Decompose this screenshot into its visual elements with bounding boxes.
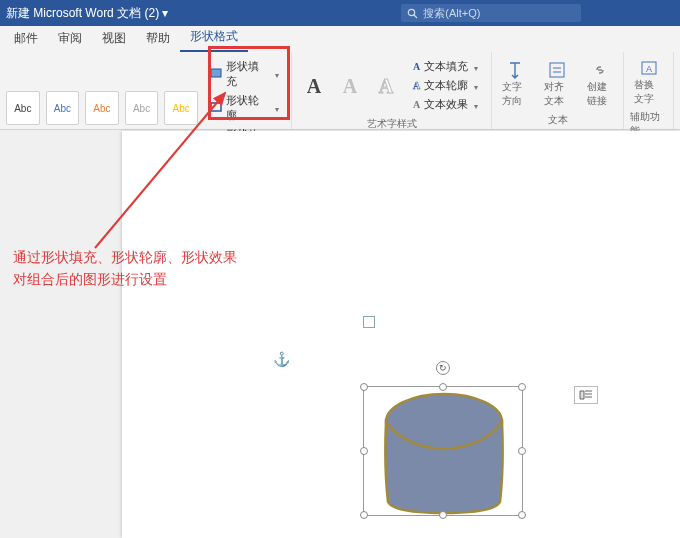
alt-text-button[interactable]: A 替换文字 <box>630 56 667 108</box>
alt-text-label: 替换文字 <box>634 78 663 106</box>
resize-handle[interactable] <box>518 511 526 519</box>
align-text-label: 对齐文本 <box>544 80 570 108</box>
shape-style-thumb[interactable]: Abc <box>6 91 40 125</box>
svg-rect-2 <box>211 69 221 77</box>
resize-handle[interactable] <box>360 383 368 391</box>
shape-selection[interactable]: ⚓ <box>308 346 568 538</box>
text-outline-label: 文本轮廓 <box>424 78 468 93</box>
wordart-style-thumb[interactable]: A <box>335 71 365 101</box>
text-direction-icon <box>505 60 525 80</box>
resize-handle[interactable] <box>360 511 368 519</box>
svg-text:A: A <box>645 64 651 74</box>
shape-style-thumb[interactable]: Abc <box>164 91 198 125</box>
layout-options-icon <box>579 390 593 400</box>
tab-review[interactable]: 审阅 <box>48 26 92 52</box>
shape-outline-button[interactable]: 形状轮廓 <box>208 92 281 124</box>
paragraph-mark <box>363 316 375 328</box>
text-direction-label: 文字方向 <box>502 80 528 108</box>
search-box[interactable]: 搜索(Alt+Q) <box>401 4 581 22</box>
tab-mail[interactable]: 邮件 <box>4 26 48 52</box>
shape-style-thumb[interactable]: Abc <box>125 91 159 125</box>
selection-box[interactable] <box>363 386 523 516</box>
layout-options-button[interactable] <box>574 386 598 404</box>
ribbon-tabs: 邮件 审阅 视图 帮助 形状格式 <box>0 26 680 52</box>
text-fill-icon: A <box>413 61 420 72</box>
document-page[interactable]: ⚓ <box>122 131 680 538</box>
shape-fill-button[interactable]: 形状填充 <box>208 58 281 90</box>
group-wordart-styles: A A A A 文本填充 A 文本轮廓 A 文本效果 艺术字样式 <box>292 52 492 129</box>
anchor-icon: ⚓ <box>273 351 290 367</box>
tab-shape-format[interactable]: 形状格式 <box>180 24 248 52</box>
search-icon <box>407 8 418 19</box>
align-text-icon <box>547 60 567 80</box>
resize-handle[interactable] <box>439 511 447 519</box>
group-label-wordart: 艺术字样式 <box>367 115 417 131</box>
shape-outline-label: 形状轮廓 <box>226 93 269 123</box>
title-bar: 新建 Microsoft Word 文档 (2) ▾ 搜索(Alt+Q) <box>0 0 680 26</box>
alt-text-icon: A <box>639 58 659 78</box>
link-icon <box>590 60 610 80</box>
annotation-line-1: 通过形状填充、形状轮廓、形状效果 <box>13 246 237 268</box>
shape-style-thumb[interactable]: Abc <box>46 91 80 125</box>
svg-rect-5 <box>550 63 564 77</box>
outline-icon <box>210 102 222 114</box>
text-fill-button[interactable]: A 文本填充 <box>411 58 480 75</box>
text-outline-button[interactable]: A 文本轮廓 <box>411 77 480 94</box>
search-placeholder: 搜索(Alt+Q) <box>423 6 480 21</box>
resize-handle[interactable] <box>518 447 526 455</box>
annotation-text: 通过形状填充、形状轮廓、形状效果 对组合后的图形进行设置 <box>13 246 237 291</box>
svg-line-1 <box>414 15 417 18</box>
text-effects-button[interactable]: A 文本效果 <box>411 96 480 113</box>
group-shape-styles: Abc Abc Abc Abc Abc 形状填充 形状轮廓 形状效果 形 <box>0 52 292 129</box>
text-direction-button[interactable]: 文字方向 <box>498 58 532 110</box>
resize-handle[interactable] <box>439 383 447 391</box>
align-text-button[interactable]: 对齐文本 <box>540 58 574 110</box>
group-label-text: 文本 <box>548 111 568 127</box>
svg-rect-3 <box>211 103 221 111</box>
tab-help[interactable]: 帮助 <box>136 26 180 52</box>
svg-point-0 <box>409 9 415 15</box>
create-link-label: 创建链接 <box>587 80 613 108</box>
group-text: 文字方向 对齐文本 创建链接 文本 <box>492 52 624 129</box>
group-accessibility: A 替换文字 辅助功能 <box>624 52 674 129</box>
rotate-handle[interactable] <box>436 361 450 375</box>
text-fill-label: 文本填充 <box>424 59 468 74</box>
shape-style-thumb[interactable]: Abc <box>85 91 119 125</box>
annotation-line-2: 对组合后的图形进行设置 <box>13 268 237 290</box>
text-outline-icon: A <box>413 80 420 91</box>
create-link-button[interactable]: 创建链接 <box>583 58 617 110</box>
tab-view[interactable]: 视图 <box>92 26 136 52</box>
resize-handle[interactable] <box>518 383 526 391</box>
ribbon: Abc Abc Abc Abc Abc 形状填充 形状轮廓 形状效果 形 <box>0 52 680 130</box>
resize-handle[interactable] <box>360 447 368 455</box>
wordart-options-list: A 文本填充 A 文本轮廓 A 文本效果 <box>407 56 484 115</box>
text-effects-icon: A <box>413 99 420 110</box>
wordart-style-thumb[interactable]: A <box>371 71 401 101</box>
text-effects-label: 文本效果 <box>424 97 468 112</box>
combined-shape[interactable] <box>364 387 524 517</box>
shape-fill-label: 形状填充 <box>226 59 269 89</box>
document-title[interactable]: 新建 Microsoft Word 文档 (2) ▾ <box>6 5 168 22</box>
fill-icon <box>210 68 222 80</box>
wordart-style-thumb[interactable]: A <box>299 71 329 101</box>
